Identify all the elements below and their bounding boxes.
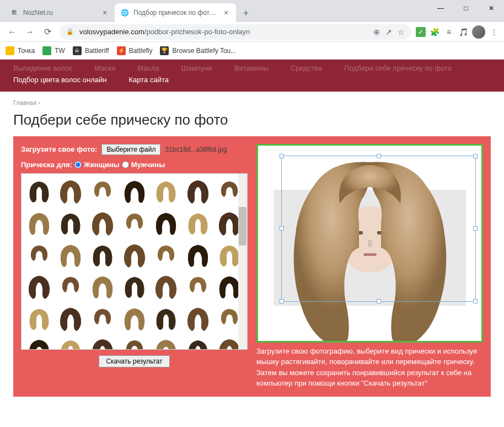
maximize-button[interactable]: □: [453, 0, 479, 17]
hairstyle-option[interactable]: [56, 239, 87, 270]
bookmarks-bar: Точка TW ☠Battleriff ⚡Battlefly 🏆Browse …: [0, 42, 504, 60]
tab-active[interactable]: 🌐 Подбор причесок по фото онла ×: [115, 3, 236, 22]
forward-button[interactable]: →: [22, 24, 37, 40]
browser-navbar: ← → ⟳ 🔒 volosvypadenie.com/podbor-priche…: [0, 22, 504, 42]
menu-item[interactable]: Масла: [137, 63, 159, 74]
breadcrumb-home[interactable]: Главная: [13, 99, 36, 106]
hairstyle-option[interactable]: [87, 271, 118, 302]
choose-file-button[interactable]: Выберите файл: [101, 144, 160, 155]
hairstyle-option[interactable]: [183, 271, 213, 302]
hairstyle-option[interactable]: [87, 176, 118, 207]
hairstyle-option[interactable]: [183, 303, 213, 334]
hairstyle-option[interactable]: [24, 176, 55, 207]
hairstyle-overlay[interactable]: [276, 151, 464, 343]
hairstyle-option[interactable]: [24, 239, 55, 270]
hairstyle-option[interactable]: [151, 271, 181, 302]
music-icon[interactable]: 🎵: [458, 26, 469, 38]
hairstyle-option[interactable]: [151, 303, 181, 334]
resize-handle[interactable]: [473, 299, 478, 303]
bookmark-browse-battlefy[interactable]: 🏆Browse Battlefy Tou...: [160, 46, 236, 55]
hairstyle-option[interactable]: [87, 239, 118, 270]
skull-icon: ☠: [73, 46, 82, 55]
menu-item[interactable]: Шампуни: [181, 63, 212, 74]
resize-handle[interactable]: [473, 154, 478, 158]
url-domain: volosvypadenie.com: [79, 28, 144, 36]
share-icon[interactable]: ↗: [385, 28, 392, 36]
hairstyle-grid: [21, 173, 248, 350]
hairstyle-option[interactable]: [87, 207, 118, 238]
search-icon[interactable]: ⊕: [373, 28, 380, 36]
checkmark-extension-icon[interactable]: ✓: [416, 27, 426, 37]
bookmark-tochka[interactable]: Точка: [6, 46, 35, 55]
bookmark-battlefly[interactable]: ⚡Battlefly: [117, 46, 153, 55]
menu-item[interactable]: Средства: [291, 63, 323, 74]
hairstyle-option[interactable]: [56, 176, 87, 207]
preview-canvas[interactable]: [256, 144, 483, 343]
bookmark-battleriff[interactable]: ☠Battleriff: [73, 46, 109, 55]
tab-inactive[interactable]: 🛠 NozNet.ru ×: [4, 3, 115, 22]
download-button[interactable]: Скачать результат: [99, 355, 169, 367]
hairstyle-option[interactable]: [24, 303, 55, 334]
hairstyle-option[interactable]: [119, 303, 150, 334]
lock-icon: 🔒: [66, 28, 74, 35]
menu-item[interactable]: Витамины: [234, 63, 269, 74]
label-men[interactable]: Мужчины: [131, 161, 165, 169]
radio-women[interactable]: [74, 161, 82, 168]
hairstyle-option[interactable]: [119, 271, 150, 302]
hairstyle-option[interactable]: [183, 239, 213, 270]
hairstyle-option[interactable]: [119, 239, 150, 270]
reload-button[interactable]: ⟳: [40, 24, 55, 40]
profile-avatar[interactable]: [472, 25, 485, 39]
hairstyle-option[interactable]: [56, 334, 87, 349]
site-menu: Выпадение волос Маски Масла Шампуни Вита…: [0, 60, 504, 92]
hairstyle-option[interactable]: [183, 207, 213, 238]
menu-item[interactable]: Маски: [95, 63, 116, 74]
minimize-button[interactable]: —: [428, 0, 453, 17]
hairstyle-option[interactable]: [151, 239, 181, 270]
back-button[interactable]: ←: [4, 24, 20, 40]
chevron-right-icon: ›: [38, 99, 40, 106]
upload-label: Загрузите свое фото:: [21, 145, 97, 153]
hairstyle-option[interactable]: [56, 207, 87, 238]
hairstyle-option[interactable]: [87, 303, 118, 334]
hairstyle-option[interactable]: [24, 271, 55, 302]
menu-item[interactable]: Подбери себе прическу по фото: [344, 63, 452, 74]
label-women[interactable]: Женщины: [84, 161, 120, 169]
tab-title: Подбор причесок по фото онла: [133, 9, 218, 17]
hairstyle-option[interactable]: [87, 334, 118, 349]
address-bar[interactable]: 🔒 volosvypadenie.com/podbor-prichesok-po…: [60, 24, 411, 40]
menu-item[interactable]: Выпадение волос: [13, 63, 73, 74]
hairstyle-tool: Загрузите свое фото: Выберите файл 31bc1…: [13, 136, 491, 397]
star-icon[interactable]: ☆: [398, 28, 405, 36]
close-icon[interactable]: ×: [100, 8, 109, 17]
file-name: 31bc18d...a38f6d.jpg: [165, 146, 227, 153]
hairstyle-option[interactable]: [119, 334, 150, 349]
hairstyle-option[interactable]: [24, 207, 55, 238]
list-icon[interactable]: ≡: [443, 26, 454, 38]
scrollbar-thumb[interactable]: [239, 207, 246, 245]
hairstyle-option[interactable]: [24, 334, 55, 349]
resize-handle[interactable]: [473, 226, 478, 231]
menu-icon[interactable]: ⋮: [489, 26, 500, 38]
page-content: Выпадение волос Маски Масла Шампуни Вита…: [0, 60, 504, 427]
extensions-icon[interactable]: 🧩: [429, 26, 440, 38]
scrollbar[interactable]: [238, 174, 247, 349]
menu-item[interactable]: Карта сайта: [129, 74, 169, 86]
radio-men[interactable]: [122, 161, 129, 168]
bookmark-tw[interactable]: TW: [42, 46, 65, 55]
tab-title: NozNet.ru: [23, 9, 97, 17]
hairstyle-option[interactable]: [183, 176, 213, 207]
breadcrumb: Главная ›: [0, 92, 504, 108]
hairstyle-option[interactable]: [56, 271, 87, 302]
menu-item[interactable]: Подбор цвета волос онлайн: [13, 74, 107, 86]
hairstyle-option[interactable]: [183, 334, 213, 349]
close-window-button[interactable]: ✕: [479, 0, 504, 17]
close-icon[interactable]: ×: [222, 8, 230, 17]
hairstyle-option[interactable]: [151, 334, 181, 349]
hairstyle-option[interactable]: [119, 176, 150, 207]
hairstyle-option[interactable]: [151, 207, 181, 238]
hairstyle-option[interactable]: [119, 207, 150, 238]
new-tab-button[interactable]: +: [238, 6, 254, 21]
hairstyle-option[interactable]: [151, 176, 181, 207]
hairstyle-option[interactable]: [56, 303, 87, 334]
